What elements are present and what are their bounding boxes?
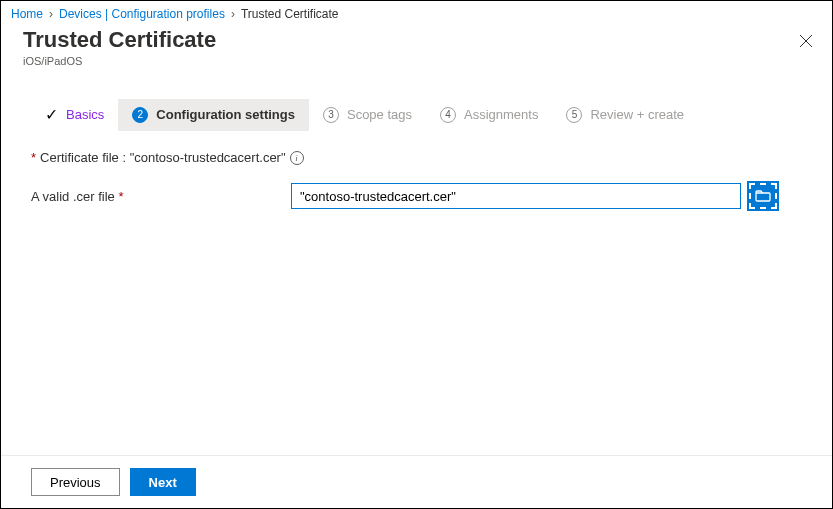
- chevron-right-icon: ›: [231, 7, 235, 21]
- step-label: Configuration settings: [156, 107, 295, 122]
- next-button[interactable]: Next: [130, 468, 196, 496]
- valid-cer-label: A valid .cer file *: [31, 189, 291, 204]
- cert-input-wrapper: [291, 183, 741, 209]
- breadcrumb: Home › Devices | Configuration profiles …: [1, 1, 832, 25]
- step-number-icon: 5: [566, 107, 582, 123]
- step-scope-tags[interactable]: 3 Scope tags: [309, 99, 426, 131]
- breadcrumb-home[interactable]: Home: [11, 7, 43, 21]
- svg-rect-2: [756, 193, 770, 201]
- step-label: Review + create: [590, 107, 684, 122]
- close-button[interactable]: [796, 31, 816, 51]
- info-icon[interactable]: i: [290, 151, 304, 165]
- required-indicator: *: [118, 189, 123, 204]
- page-subtitle: iOS/iPadOS: [23, 55, 810, 67]
- wizard-steps: ✓ Basics 2 Configuration settings 3 Scop…: [31, 97, 810, 132]
- valid-cer-label-text: A valid .cer file: [31, 189, 115, 204]
- step-number-icon: 3: [323, 107, 339, 123]
- breadcrumb-devices[interactable]: Devices | Configuration profiles: [59, 7, 225, 21]
- step-number-icon: 4: [440, 107, 456, 123]
- previous-button[interactable]: Previous: [31, 468, 120, 496]
- check-icon: ✓: [45, 105, 58, 124]
- chevron-right-icon: ›: [49, 7, 53, 21]
- certificate-file-text: Certificate file : "contoso-trustedcacer…: [40, 150, 286, 165]
- form-area: * Certificate file : "contoso-trustedcac…: [1, 132, 832, 209]
- step-label: Assignments: [464, 107, 538, 122]
- step-basics[interactable]: ✓ Basics: [31, 97, 118, 132]
- browse-button[interactable]: [749, 183, 777, 209]
- valid-cer-row: A valid .cer file *: [31, 183, 810, 209]
- page-header: Trusted Certificate iOS/iPadOS: [1, 25, 832, 67]
- step-number-icon: 2: [132, 107, 148, 123]
- breadcrumb-current: Trusted Certificate: [241, 7, 339, 21]
- folder-icon: [755, 190, 771, 202]
- step-configuration-settings[interactable]: 2 Configuration settings: [118, 99, 309, 131]
- certificate-file-label: * Certificate file : "contoso-trustedcac…: [31, 150, 810, 165]
- page-title: Trusted Certificate: [23, 27, 810, 53]
- step-label: Basics: [66, 107, 104, 122]
- footer: Previous Next: [1, 455, 832, 508]
- step-review-create[interactable]: 5 Review + create: [552, 99, 698, 131]
- required-indicator: *: [31, 150, 36, 165]
- step-label: Scope tags: [347, 107, 412, 122]
- close-icon: [799, 34, 813, 48]
- step-assignments[interactable]: 4 Assignments: [426, 99, 552, 131]
- certificate-file-input[interactable]: [291, 183, 741, 209]
